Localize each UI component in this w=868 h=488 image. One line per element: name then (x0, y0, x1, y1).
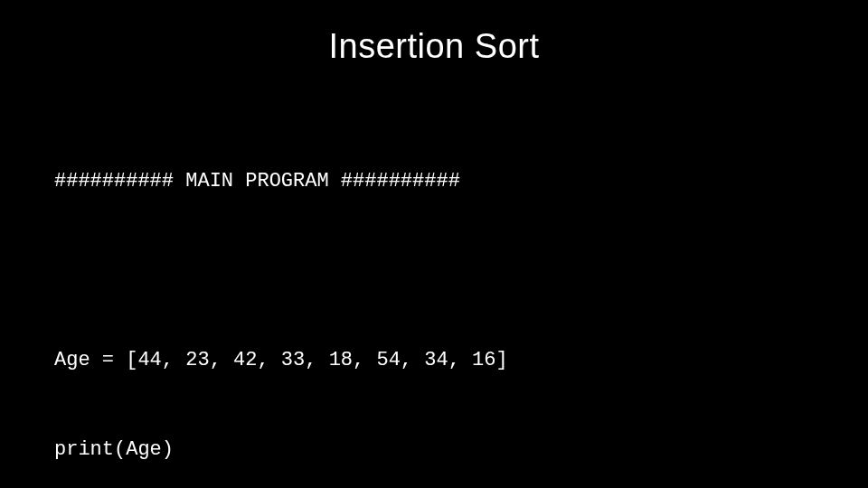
code-block: ########## MAIN PROGRAM ########## Age =… (54, 107, 814, 488)
slide-container: Insertion Sort ########## MAIN PROGRAM #… (0, 0, 868, 488)
code-line-print1: print(Age) (54, 435, 814, 465)
blank-line (54, 256, 814, 286)
code-line-assignment: Age = [44, 23, 42, 33, 18, 54, 34, 16] (54, 345, 814, 375)
code-line-comment-header: ########## MAIN PROGRAM ########## (54, 166, 814, 196)
slide-title: Insertion Sort (54, 27, 814, 66)
